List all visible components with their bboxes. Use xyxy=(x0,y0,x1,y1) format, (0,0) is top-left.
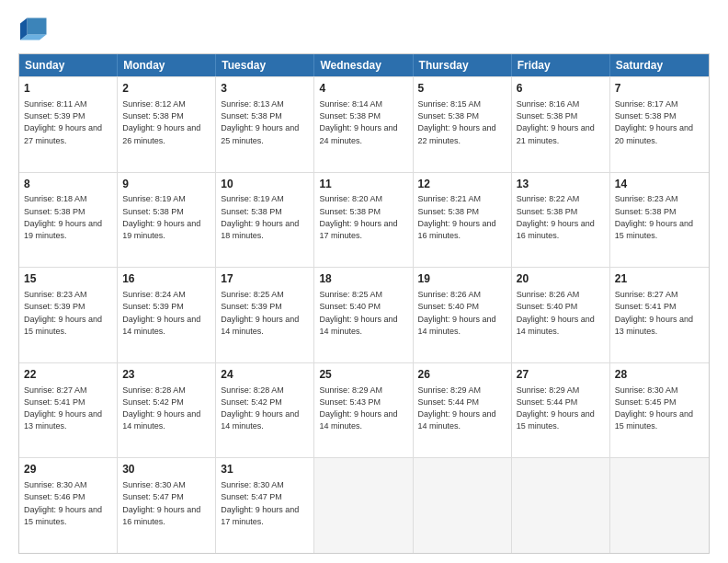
cell-info: Sunrise: 8:28 AMSunset: 5:42 PMDaylight:… xyxy=(122,385,200,431)
cell-info: Sunrise: 8:30 AMSunset: 5:46 PMDaylight:… xyxy=(24,480,102,526)
calendar-header-row: SundayMondayTuesdayWednesdayThursdayFrid… xyxy=(19,54,709,76)
day-number: 6 xyxy=(517,81,605,97)
calendar-cell xyxy=(610,458,709,553)
calendar-cell: 15Sunrise: 8:23 AMSunset: 5:39 PMDayligh… xyxy=(19,268,118,362)
calendar-cell xyxy=(512,458,610,553)
calendar-cell: 2Sunrise: 8:12 AMSunset: 5:38 PMDaylight… xyxy=(118,77,216,172)
cell-info: Sunrise: 8:23 AMSunset: 5:38 PMDaylight:… xyxy=(615,194,693,240)
calendar-cell xyxy=(314,458,413,553)
logo xyxy=(18,15,51,44)
day-number: 27 xyxy=(517,367,605,383)
cell-info: Sunrise: 8:26 AMSunset: 5:40 PMDaylight:… xyxy=(517,290,595,336)
svg-marker-0 xyxy=(28,18,47,35)
calendar-cell: 9Sunrise: 8:19 AMSunset: 5:38 PMDaylight… xyxy=(118,173,216,268)
calendar-cell: 16Sunrise: 8:24 AMSunset: 5:39 PMDayligh… xyxy=(118,268,216,362)
calendar: SundayMondayTuesdayWednesdayThursdayFrid… xyxy=(18,53,710,554)
cell-info: Sunrise: 8:27 AMSunset: 5:41 PMDaylight:… xyxy=(24,385,102,431)
cell-info: Sunrise: 8:30 AMSunset: 5:45 PMDaylight:… xyxy=(615,385,693,431)
cell-info: Sunrise: 8:29 AMSunset: 5:44 PMDaylight:… xyxy=(517,385,595,431)
day-number: 5 xyxy=(418,81,506,97)
calendar-cell: 13Sunrise: 8:22 AMSunset: 5:38 PMDayligh… xyxy=(512,173,610,268)
calendar-header-cell: Monday xyxy=(118,54,216,76)
day-number: 31 xyxy=(221,462,309,477)
day-number: 19 xyxy=(418,271,506,287)
cell-info: Sunrise: 8:15 AMSunset: 5:38 PMDaylight:… xyxy=(418,99,496,145)
cell-info: Sunrise: 8:14 AMSunset: 5:38 PMDaylight:… xyxy=(319,99,397,145)
day-number: 3 xyxy=(221,81,309,97)
day-number: 1 xyxy=(24,81,112,97)
cell-info: Sunrise: 8:29 AMSunset: 5:43 PMDaylight:… xyxy=(319,385,397,431)
calendar-cell: 14Sunrise: 8:23 AMSunset: 5:38 PMDayligh… xyxy=(610,173,709,268)
day-number: 25 xyxy=(319,367,407,383)
day-number: 16 xyxy=(122,271,210,287)
day-number: 13 xyxy=(517,177,605,192)
day-number: 14 xyxy=(615,177,704,192)
calendar-cell: 10Sunrise: 8:19 AMSunset: 5:38 PMDayligh… xyxy=(216,173,314,268)
cell-info: Sunrise: 8:28 AMSunset: 5:42 PMDaylight:… xyxy=(221,385,299,431)
cell-info: Sunrise: 8:19 AMSunset: 5:38 PMDaylight:… xyxy=(122,194,200,240)
cell-info: Sunrise: 8:24 AMSunset: 5:39 PMDaylight:… xyxy=(122,290,200,336)
cell-info: Sunrise: 8:22 AMSunset: 5:38 PMDaylight:… xyxy=(517,194,595,240)
day-number: 30 xyxy=(122,462,210,477)
day-number: 7 xyxy=(615,81,704,97)
day-number: 28 xyxy=(615,367,704,383)
header xyxy=(18,15,710,44)
cell-info: Sunrise: 8:16 AMSunset: 5:38 PMDaylight:… xyxy=(517,99,595,145)
calendar-header-cell: Wednesday xyxy=(314,54,413,76)
calendar-week: 1Sunrise: 8:11 AMSunset: 5:39 PMDaylight… xyxy=(19,76,709,172)
day-number: 12 xyxy=(418,177,506,192)
cell-info: Sunrise: 8:29 AMSunset: 5:44 PMDaylight:… xyxy=(418,385,496,431)
calendar-cell: 3Sunrise: 8:13 AMSunset: 5:38 PMDaylight… xyxy=(216,77,314,172)
logo-icon xyxy=(20,15,48,40)
day-number: 8 xyxy=(24,177,112,192)
calendar-cell: 27Sunrise: 8:29 AMSunset: 5:44 PMDayligh… xyxy=(512,363,610,458)
day-number: 11 xyxy=(319,177,407,192)
calendar-cell: 28Sunrise: 8:30 AMSunset: 5:45 PMDayligh… xyxy=(610,363,709,458)
cell-info: Sunrise: 8:21 AMSunset: 5:38 PMDaylight:… xyxy=(418,194,496,240)
cell-info: Sunrise: 8:30 AMSunset: 5:47 PMDaylight:… xyxy=(122,480,200,526)
calendar-cell: 23Sunrise: 8:28 AMSunset: 5:42 PMDayligh… xyxy=(118,363,216,458)
calendar-cell: 29Sunrise: 8:30 AMSunset: 5:46 PMDayligh… xyxy=(19,458,118,553)
cell-info: Sunrise: 8:11 AMSunset: 5:39 PMDaylight:… xyxy=(24,99,102,145)
calendar-cell: 11Sunrise: 8:20 AMSunset: 5:38 PMDayligh… xyxy=(314,173,413,268)
calendar-cell: 4Sunrise: 8:14 AMSunset: 5:38 PMDaylight… xyxy=(314,77,413,172)
calendar-cell: 24Sunrise: 8:28 AMSunset: 5:42 PMDayligh… xyxy=(216,363,314,458)
day-number: 24 xyxy=(221,367,309,383)
day-number: 10 xyxy=(221,177,309,192)
page: SundayMondayTuesdayWednesdayThursdayFrid… xyxy=(0,0,728,563)
day-number: 18 xyxy=(319,271,407,287)
day-number: 2 xyxy=(122,81,210,97)
cell-info: Sunrise: 8:12 AMSunset: 5:38 PMDaylight:… xyxy=(122,99,200,145)
calendar-cell: 1Sunrise: 8:11 AMSunset: 5:39 PMDaylight… xyxy=(19,77,118,172)
day-number: 20 xyxy=(517,271,605,287)
cell-info: Sunrise: 8:30 AMSunset: 5:47 PMDaylight:… xyxy=(221,480,299,526)
day-number: 23 xyxy=(122,367,210,383)
day-number: 29 xyxy=(24,462,112,477)
day-number: 17 xyxy=(221,271,309,287)
calendar-cell: 5Sunrise: 8:15 AMSunset: 5:38 PMDaylight… xyxy=(414,77,512,172)
calendar-cell: 20Sunrise: 8:26 AMSunset: 5:40 PMDayligh… xyxy=(512,268,610,362)
calendar-header-cell: Sunday xyxy=(19,54,118,76)
day-number: 21 xyxy=(615,271,704,287)
calendar-header-cell: Friday xyxy=(512,54,610,76)
day-number: 4 xyxy=(319,81,407,97)
cell-info: Sunrise: 8:25 AMSunset: 5:40 PMDaylight:… xyxy=(319,290,397,336)
calendar-body: 1Sunrise: 8:11 AMSunset: 5:39 PMDaylight… xyxy=(19,76,709,553)
calendar-cell: 8Sunrise: 8:18 AMSunset: 5:38 PMDaylight… xyxy=(19,173,118,268)
calendar-cell: 26Sunrise: 8:29 AMSunset: 5:44 PMDayligh… xyxy=(414,363,512,458)
calendar-cell: 19Sunrise: 8:26 AMSunset: 5:40 PMDayligh… xyxy=(414,268,512,362)
cell-info: Sunrise: 8:17 AMSunset: 5:38 PMDaylight:… xyxy=(615,99,693,145)
calendar-week: 29Sunrise: 8:30 AMSunset: 5:46 PMDayligh… xyxy=(19,457,709,553)
cell-info: Sunrise: 8:27 AMSunset: 5:41 PMDaylight:… xyxy=(615,290,693,336)
calendar-cell: 17Sunrise: 8:25 AMSunset: 5:39 PMDayligh… xyxy=(216,268,314,362)
calendar-header-cell: Thursday xyxy=(414,54,512,76)
cell-info: Sunrise: 8:25 AMSunset: 5:39 PMDaylight:… xyxy=(221,290,299,336)
cell-info: Sunrise: 8:23 AMSunset: 5:39 PMDaylight:… xyxy=(24,290,102,336)
calendar-cell: 25Sunrise: 8:29 AMSunset: 5:43 PMDayligh… xyxy=(314,363,413,458)
day-number: 15 xyxy=(24,271,112,287)
calendar-cell xyxy=(414,458,512,553)
calendar-cell: 21Sunrise: 8:27 AMSunset: 5:41 PMDayligh… xyxy=(610,268,709,362)
cell-info: Sunrise: 8:19 AMSunset: 5:38 PMDaylight:… xyxy=(221,194,299,240)
calendar-week: 15Sunrise: 8:23 AMSunset: 5:39 PMDayligh… xyxy=(19,267,709,362)
day-number: 22 xyxy=(24,367,112,383)
